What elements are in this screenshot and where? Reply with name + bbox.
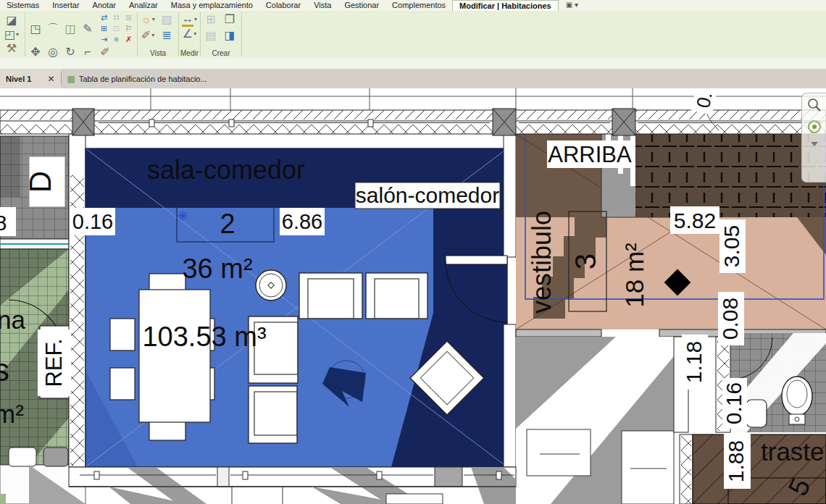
mirror-button[interactable]: ⊡ <box>111 23 122 33</box>
room-area-vestibulo[interactable]: 18 m² <box>620 243 648 307</box>
move-button[interactable]: ✥ <box>27 45 44 59</box>
chair[interactable] <box>110 319 135 350</box>
group-medir: ↔▾ ∠▾ Medir <box>180 11 199 58</box>
trim-corner-button[interactable]: ⌐ <box>79 45 96 59</box>
match-properties-button[interactable]: ≡ <box>111 34 122 44</box>
wall-sweep-button[interactable]: ⌒ <box>44 22 62 36</box>
steering-wheel-icon[interactable] <box>807 119 822 134</box>
hallway[interactable] <box>516 337 674 504</box>
round-side-table[interactable] <box>256 270 286 301</box>
create-similar-button[interactable]: ❐ <box>221 12 238 27</box>
ribbon-expand-button[interactable]: ▣ ▾ <box>566 0 578 11</box>
group-label-crear: Crear <box>202 49 240 58</box>
dim-label-vest-gap[interactable]: 0.08 <box>718 292 744 345</box>
dining-table[interactable] <box>139 290 210 422</box>
paint-button[interactable]: ✐ <box>96 45 114 59</box>
svg-text:salón-comedor: salón-comedor <box>356 183 499 207</box>
angle-dimension-button[interactable]: ∠▾ <box>181 27 199 41</box>
view-tab-nivel-1[interactable]: Nivel 1 ✕ <box>0 69 61 88</box>
armchair[interactable] <box>366 273 427 319</box>
offset-dots-button[interactable]: ∷ <box>111 12 122 22</box>
create-group-button[interactable]: ⊞ <box>202 12 220 27</box>
drawing-area[interactable]: sala-comedor 2 36 m² 103.53 m³ salón-com… <box>0 88 826 504</box>
svg-text:0.08: 0.08 <box>718 298 742 340</box>
dim-label-sala-width[interactable]: 6.86 <box>280 208 325 235</box>
visibility-button[interactable]: ☼▾ <box>139 12 157 27</box>
split-element-button[interactable]: ◫ <box>62 22 79 36</box>
exterior-table[interactable] <box>386 494 443 504</box>
bar-stool[interactable] <box>43 448 68 466</box>
fridge-label[interactable]: REF. <box>38 329 71 396</box>
tab-anotar[interactable]: Anotar <box>86 0 122 11</box>
modify-select-button[interactable]: ◪ <box>3 13 20 28</box>
paste-icon: ◰ <box>4 29 15 41</box>
join-geometry-button[interactable]: ◳ <box>27 22 44 36</box>
tab-insertar[interactable]: Insertar <box>46 0 85 11</box>
tab-masa-emplazamiento[interactable]: Masa y emplazamiento <box>164 0 259 11</box>
measure-button[interactable]: ↔▾ <box>181 12 199 27</box>
room-name-sala[interactable]: sala-comedor <box>147 155 305 185</box>
brush-icon: ✐ <box>141 30 151 41</box>
tab-analizar[interactable]: Analizar <box>122 0 164 11</box>
zoom-tool-icon[interactable] <box>807 98 822 112</box>
svg-text:0.16: 0.16 <box>722 382 746 424</box>
trim-extend-button[interactable]: ⇥ <box>99 34 109 44</box>
dim-label-vest-height[interactable]: 3.05 <box>719 219 746 273</box>
array-button[interactable]: ⊞ <box>99 23 109 33</box>
door-tag-d[interactable]: D <box>23 156 65 207</box>
group-modificar: ◳ ⌒ ◫ ✎ ⇄ ∷ ⊠ ⊞ ⊡ ⚐ ⇥ ≡ ✗ <box>27 11 135 58</box>
delete-button[interactable]: ✗ <box>123 34 134 44</box>
rotate-button[interactable]: ↻ <box>62 45 79 59</box>
close-icon[interactable]: ✕ <box>47 74 54 84</box>
navigation-bar[interactable] <box>801 93 826 182</box>
create-assembly-button[interactable]: ◨ <box>221 28 238 43</box>
stair-label-arriba[interactable]: ARRIBA <box>547 140 633 168</box>
unpin-button[interactable]: ⊠ <box>123 12 134 22</box>
view-tab-tabla-planificacion[interactable]: ▦ Tabla de planificación de habitacio... <box>62 69 213 88</box>
pin-button[interactable]: ⚐ <box>123 23 134 33</box>
wall-left[interactable] <box>69 133 85 467</box>
bar-stool[interactable] <box>9 448 36 466</box>
expand-icon: ▣ <box>566 1 572 9</box>
tab-gestionar[interactable]: Gestionar <box>338 0 385 11</box>
render-cube-button[interactable]: ▧ <box>158 12 175 27</box>
floor-plan[interactable]: sala-comedor 2 36 m² 103.53 m³ salón-com… <box>0 88 826 504</box>
tab-complementos[interactable]: Complementos <box>385 0 452 11</box>
dim-label-bath-left[interactable]: 1.18 <box>682 335 708 390</box>
group-crear: ⊞ ❐ ▤ ◨ Crear <box>202 11 240 58</box>
linework-button[interactable]: ✐▾ <box>139 28 157 43</box>
ribbon-tab-bar: Sistemas Insertar Anotar Analizar Masa y… <box>0 0 826 12</box>
room-volume-sala[interactable]: 103.53 m³ <box>142 322 266 352</box>
tab-vista[interactable]: Vista <box>307 0 338 11</box>
tab-colaborar[interactable]: Colaborar <box>259 0 307 11</box>
load-family-button[interactable]: ▤ <box>202 28 220 43</box>
room-reference-crosshair[interactable] <box>178 211 188 221</box>
chair[interactable] <box>149 421 185 440</box>
align-button[interactable]: ⇄ <box>99 12 109 22</box>
dim-label-sala-left[interactable]: 0.16 <box>70 208 115 235</box>
dim-label-bath-wall[interactable]: 0.16 <box>722 378 747 429</box>
thin-lines-button[interactable]: ≣ <box>158 28 175 43</box>
copy-button[interactable]: ◎ <box>44 45 62 59</box>
tab-modificar-habitaciones[interactable]: Modificar | Habitaciones <box>452 0 559 11</box>
chevron-down-icon[interactable] <box>810 141 819 147</box>
room-name-vestibulo[interactable]: vestibulo <box>527 211 556 314</box>
split-with-gap-button[interactable]: ✎ <box>79 22 96 36</box>
paste-button[interactable]: ◰▾ <box>3 28 20 42</box>
ribbon-separator <box>137 12 138 56</box>
room-area-sala[interactable]: 36 m² <box>182 253 252 284</box>
angle-icon: ∠ <box>183 28 193 40</box>
room-name-trastero[interactable]: trastero <box>761 437 826 466</box>
armchair[interactable] <box>249 386 297 443</box>
tab-sistemas[interactable]: Sistemas <box>0 0 46 11</box>
armchair[interactable] <box>299 273 362 319</box>
window-mullion <box>368 119 373 127</box>
sink[interactable] <box>746 400 767 427</box>
hammer-button[interactable]: ⚒ <box>3 41 20 56</box>
dim-label-trastero-width[interactable]: 1.88 <box>724 434 751 489</box>
room-tag-salon-comedor[interactable]: salón-comedor <box>355 182 500 209</box>
dim-label-vest-width[interactable]: 5.82 <box>670 206 719 234</box>
svg-text:3: 3 <box>570 253 601 269</box>
window-mullion <box>496 471 501 479</box>
chair[interactable] <box>110 368 135 400</box>
